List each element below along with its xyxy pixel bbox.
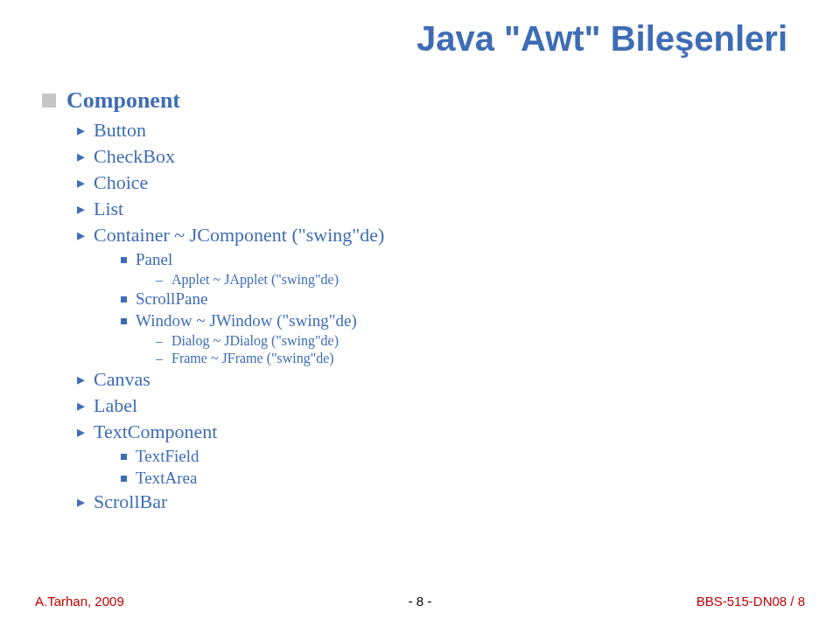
list-item: ▸ Canvas — [77, 368, 384, 391]
item-label: ScrollPane — [136, 289, 207, 309]
dot-icon — [121, 454, 127, 460]
item-label: Applet ~ JApplet ("swing"de) — [172, 272, 339, 288]
list-item: – Applet ~ JApplet ("swing"de) — [156, 272, 384, 288]
list-item: ▸ List — [77, 198, 384, 220]
arrow-icon: ▸ — [77, 226, 85, 245]
dash-icon: – — [156, 351, 163, 366]
item-label: Canvas — [94, 368, 150, 391]
item-label: TextComponent — [94, 421, 217, 443]
arrow-icon: ▸ — [77, 422, 85, 442]
footer-page-number: - 8 - — [409, 594, 432, 609]
list-item: TextField — [121, 447, 384, 466]
item-label: ScrollBar — [94, 490, 167, 513]
item-label: TextArea — [136, 469, 197, 488]
list-item: – Frame ~ JFrame ("swing"de) — [156, 351, 384, 366]
arrow-icon: ▸ — [77, 396, 85, 415]
item-label: CheckBox — [94, 145, 175, 168]
list-item: Component — [42, 87, 384, 114]
footer-author: A.Tarhan, 2009 — [35, 594, 124, 609]
arrow-icon: ▸ — [77, 370, 85, 389]
item-label: Button — [94, 119, 146, 142]
square-bullet-icon — [42, 94, 56, 108]
list-item: TextArea — [121, 469, 384, 488]
list-item: ▸ Choice — [77, 171, 384, 194]
slide: Java "Awt" Bileşenleri Component ▸ Butto… — [0, 0, 840, 626]
item-label: Component — [66, 87, 180, 114]
item-label: Label — [94, 394, 137, 417]
arrow-icon: ▸ — [77, 492, 85, 511]
list-item: ▸ Button — [77, 119, 384, 142]
content-list: Component ▸ Button ▸ CheckBox ▸ Choice ▸… — [42, 87, 384, 517]
list-item: Panel — [121, 250, 384, 269]
list-item: ▸ ScrollBar — [77, 490, 384, 513]
footer-code: BBS-515-DN08 / 8 — [696, 594, 805, 609]
dash-icon: – — [156, 272, 163, 288]
item-label: Frame ~ JFrame ("swing"de) — [172, 351, 334, 366]
list-item: ▸ CheckBox — [77, 145, 384, 168]
list-item: Window ~ JWindow ("swing"de) — [121, 311, 384, 330]
arrow-icon: ▸ — [77, 121, 85, 140]
item-label: Choice — [94, 171, 148, 194]
item-label: Dialog ~ JDialog ("swing"de) — [172, 333, 339, 349]
item-label: List — [94, 198, 123, 220]
dot-icon — [121, 476, 127, 482]
dash-icon: – — [156, 333, 163, 349]
page-title: Java "Awt" Bileşenleri — [416, 19, 788, 59]
list-item: ▸ Container ~ JComponent ("swing"de) — [77, 224, 384, 247]
item-label: TextField — [136, 447, 200, 466]
item-label: Container ~ JComponent ("swing"de) — [94, 224, 384, 247]
footer: A.Tarhan, 2009 - 8 - BBS-515-DN08 / 8 — [0, 594, 840, 609]
item-label: Panel — [136, 250, 172, 269]
dot-icon — [121, 257, 127, 263]
arrow-icon: ▸ — [77, 147, 85, 166]
dot-icon — [121, 296, 127, 303]
list-item: ▸ Label — [77, 394, 384, 417]
arrow-icon: ▸ — [77, 173, 85, 192]
arrow-icon: ▸ — [77, 199, 85, 219]
dot-icon — [121, 318, 127, 324]
list-item: ▸ TextComponent — [77, 421, 384, 443]
item-label: Window ~ JWindow ("swing"de) — [136, 311, 357, 330]
list-item: – Dialog ~ JDialog ("swing"de) — [156, 333, 384, 349]
list-item: ScrollPane — [121, 289, 384, 309]
